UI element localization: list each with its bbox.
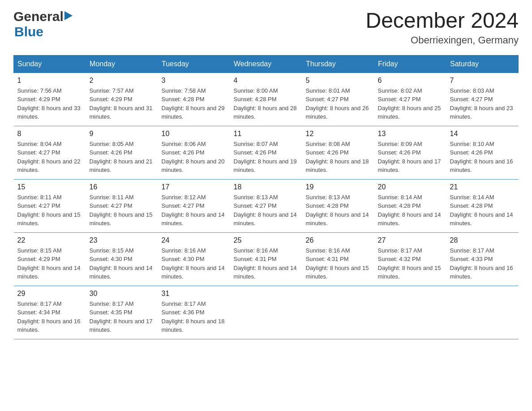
page-header: General Blue December 2024 Oberriexingen… [13,9,519,46]
calendar-cell: 18 Sunrise: 8:13 AM Sunset: 4:27 PM Dayl… [230,179,302,232]
day-number: 21 [450,183,515,191]
calendar-cell: 30 Sunrise: 8:17 AM Sunset: 4:35 PM Dayl… [86,286,158,339]
col-saturday: Saturday [446,55,519,73]
day-number: 8 [17,130,82,138]
sunset-label: Sunset: 4:35 PM [90,309,133,316]
day-info: Sunrise: 8:17 AM Sunset: 4:34 PM Dayligh… [17,300,82,334]
day-info: Sunrise: 8:13 AM Sunset: 4:27 PM Dayligh… [234,193,299,228]
sunset-label: Sunset: 4:34 PM [17,309,60,316]
day-number: 5 [306,77,371,85]
sunrise-label: Sunrise: 8:14 AM [378,194,422,201]
calendar-cell [374,286,446,339]
day-number: 10 [162,130,227,138]
calendar-cell: 7 Sunrise: 8:03 AM Sunset: 4:27 PM Dayli… [446,73,519,126]
day-number: 23 [90,236,154,244]
daylight-label: Daylight: 8 hours and 21 minutes. [90,158,153,174]
sunset-label: Sunset: 4:28 PM [234,96,277,103]
logo: General Blue [13,9,73,39]
calendar-cell: 24 Sunrise: 8:16 AM Sunset: 4:30 PM Dayl… [158,232,230,286]
logo-general-text: General [13,9,64,24]
sunrise-label: Sunrise: 8:15 AM [17,247,62,254]
logo-blue-text: Blue [14,24,43,39]
location-subtitle: Oberriexingen, Germany [365,34,519,46]
day-info: Sunrise: 8:16 AM Sunset: 4:31 PM Dayligh… [306,246,371,281]
calendar-cell: 31 Sunrise: 8:17 AM Sunset: 4:36 PM Dayl… [158,286,230,339]
day-number: 29 [17,290,82,298]
daylight-label: Daylight: 8 hours and 14 minutes. [162,211,225,227]
daylight-label: Daylight: 8 hours and 14 minutes. [17,265,81,280]
sunset-label: Sunset: 4:27 PM [450,96,493,103]
day-info: Sunrise: 8:05 AM Sunset: 4:26 PM Dayligh… [90,140,154,175]
daylight-label: Daylight: 8 hours and 14 minutes. [162,265,225,280]
calendar-cell: 6 Sunrise: 8:02 AM Sunset: 4:27 PM Dayli… [374,73,446,126]
sunset-label: Sunset: 4:26 PM [162,149,205,156]
sunrise-label: Sunrise: 8:02 AM [378,87,422,94]
sunrise-label: Sunrise: 7:57 AM [90,87,134,94]
sunset-label: Sunset: 4:27 PM [306,96,349,103]
sunrise-label: Sunrise: 8:11 AM [90,194,134,201]
calendar-cell: 14 Sunrise: 8:10 AM Sunset: 4:26 PM Dayl… [446,126,519,179]
sunrise-label: Sunrise: 8:13 AM [234,194,278,201]
daylight-label: Daylight: 8 hours and 20 minutes. [162,158,225,174]
day-number: 17 [162,183,227,191]
col-wednesday: Wednesday [230,55,302,73]
calendar-cell [302,286,374,339]
daylight-label: Daylight: 8 hours and 14 minutes. [90,265,153,280]
sunrise-label: Sunrise: 8:17 AM [90,300,134,307]
sunset-label: Sunset: 4:26 PM [378,149,421,156]
sunrise-label: Sunrise: 8:17 AM [378,247,422,254]
calendar-cell: 2 Sunrise: 7:57 AM Sunset: 4:29 PM Dayli… [86,73,158,126]
daylight-label: Daylight: 8 hours and 28 minutes. [234,105,297,120]
day-number: 14 [450,130,515,138]
sunrise-label: Sunrise: 8:17 AM [162,300,206,307]
sunset-label: Sunset: 4:28 PM [162,96,205,103]
day-number: 12 [306,130,371,138]
sunrise-label: Sunrise: 8:14 AM [450,194,494,201]
calendar-cell: 22 Sunrise: 8:15 AM Sunset: 4:29 PM Dayl… [14,232,86,286]
day-info: Sunrise: 8:17 AM Sunset: 4:35 PM Dayligh… [90,300,154,334]
sunset-label: Sunset: 4:27 PM [17,202,60,209]
sunrise-label: Sunrise: 7:56 AM [17,87,62,94]
daylight-label: Daylight: 8 hours and 26 minutes. [306,105,369,120]
day-info: Sunrise: 8:12 AM Sunset: 4:27 PM Dayligh… [162,193,227,228]
sunset-label: Sunset: 4:26 PM [90,149,133,156]
sunset-label: Sunset: 4:27 PM [90,202,133,209]
calendar-cell: 3 Sunrise: 7:58 AM Sunset: 4:28 PM Dayli… [158,73,230,126]
daylight-label: Daylight: 8 hours and 15 minutes. [17,211,81,227]
day-number: 30 [90,290,154,298]
calendar-cell: 23 Sunrise: 8:15 AM Sunset: 4:30 PM Dayl… [86,232,158,286]
sunset-label: Sunset: 4:28 PM [306,202,349,209]
sunrise-label: Sunrise: 8:16 AM [306,247,350,254]
sunset-label: Sunset: 4:28 PM [450,202,493,209]
calendar-cell: 1 Sunrise: 7:56 AM Sunset: 4:29 PM Dayli… [14,73,86,126]
sunset-label: Sunset: 4:36 PM [162,309,205,316]
daylight-label: Daylight: 8 hours and 14 minutes. [306,211,369,227]
calendar-week-row: 1 Sunrise: 7:56 AM Sunset: 4:29 PM Dayli… [14,73,519,126]
day-info: Sunrise: 8:17 AM Sunset: 4:32 PM Dayligh… [378,246,443,281]
day-number: 24 [162,236,227,244]
sunset-label: Sunset: 4:27 PM [378,96,421,103]
daylight-label: Daylight: 8 hours and 31 minutes. [90,105,153,120]
calendar-cell: 8 Sunrise: 8:04 AM Sunset: 4:27 PM Dayli… [14,126,86,179]
day-number: 13 [378,130,443,138]
calendar-body: 1 Sunrise: 7:56 AM Sunset: 4:29 PM Dayli… [14,73,519,339]
sunset-label: Sunset: 4:27 PM [162,202,205,209]
sunrise-label: Sunrise: 8:17 AM [17,300,62,307]
day-info: Sunrise: 8:04 AM Sunset: 4:27 PM Dayligh… [17,140,82,175]
sunrise-label: Sunrise: 8:17 AM [450,247,494,254]
sunset-label: Sunset: 4:26 PM [306,149,349,156]
day-info: Sunrise: 8:17 AM Sunset: 4:36 PM Dayligh… [162,300,227,334]
calendar-cell: 10 Sunrise: 8:06 AM Sunset: 4:26 PM Dayl… [158,126,230,179]
day-number: 20 [378,183,443,191]
day-info: Sunrise: 8:01 AM Sunset: 4:27 PM Dayligh… [306,86,371,121]
sunset-label: Sunset: 4:31 PM [306,256,349,262]
daylight-label: Daylight: 8 hours and 22 minutes. [17,158,81,174]
daylight-label: Daylight: 8 hours and 17 minutes. [378,158,441,174]
calendar-table: Sunday Monday Tuesday Wednesday Thursday… [13,55,519,339]
sunrise-label: Sunrise: 8:10 AM [450,141,494,147]
calendar-cell: 29 Sunrise: 8:17 AM Sunset: 4:34 PM Dayl… [14,286,86,339]
col-tuesday: Tuesday [158,55,230,73]
daylight-label: Daylight: 8 hours and 19 minutes. [234,158,297,174]
sunset-label: Sunset: 4:27 PM [17,149,60,156]
daylight-label: Daylight: 8 hours and 15 minutes. [378,265,441,280]
